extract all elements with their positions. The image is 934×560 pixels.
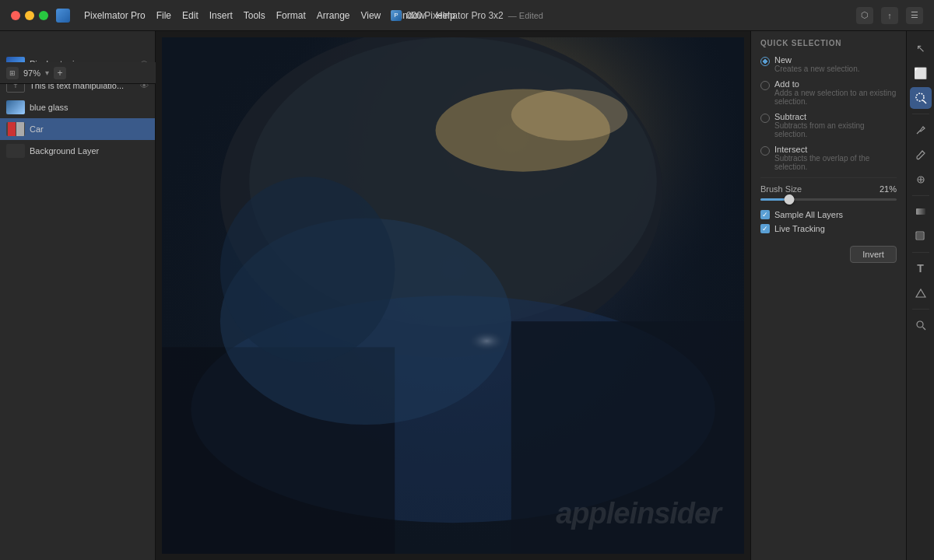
menu-view[interactable]: View bbox=[360, 10, 381, 21]
layers-panel: ⊞ 97% ▾ + Pixelmator icon 👁 T This is te… bbox=[0, 31, 156, 560]
close-button[interactable] bbox=[11, 11, 20, 20]
zoom-dropdown-icon[interactable]: ▾ bbox=[45, 68, 49, 77]
svg-point-6 bbox=[511, 89, 628, 140]
radio-intersect-desc: Subtracts the overlap of the selection. bbox=[774, 154, 897, 171]
titlebar-actions: ⬡ ↑ ☰ bbox=[856, 7, 934, 24]
menu-pixelmator-pro[interactable]: Pixelmator Pro bbox=[84, 10, 146, 21]
divider bbox=[760, 177, 897, 178]
layer-item[interactable]: Car bbox=[0, 118, 155, 140]
tool-separator bbox=[912, 309, 929, 310]
layer-thumbnail bbox=[6, 144, 25, 158]
selection-mode-add[interactable]: Add to Adds a new selection to an existi… bbox=[760, 79, 897, 106]
svg-point-12 bbox=[220, 177, 395, 362]
radio-new[interactable] bbox=[760, 57, 770, 66]
color-fill-tool-button[interactable] bbox=[910, 226, 932, 247]
layer-name: Car bbox=[30, 124, 149, 134]
zoom-level: 97% bbox=[23, 68, 40, 78]
menu-tools[interactable]: Tools bbox=[244, 10, 265, 21]
menu-arrange[interactable]: Arrange bbox=[317, 10, 350, 21]
canvas-area[interactable]: appleinsider bbox=[156, 31, 750, 560]
traffic-lights bbox=[0, 11, 48, 20]
menu-edit[interactable]: Edit bbox=[182, 10, 198, 21]
tool-separator bbox=[912, 114, 929, 114]
svg-line-14 bbox=[923, 100, 926, 103]
layer-name: Background Layer bbox=[30, 146, 149, 156]
radio-subtract[interactable] bbox=[760, 114, 770, 123]
radio-add-desc: Adds a new selection to an existing sele… bbox=[774, 89, 897, 106]
selection-mode-intersect[interactable]: Intersect Subtracts the overlap of the s… bbox=[760, 145, 897, 171]
svg-point-19 bbox=[917, 321, 923, 327]
share-button[interactable]: ⬡ bbox=[856, 7, 873, 24]
menu-insert[interactable]: Insert bbox=[209, 10, 233, 21]
document-icon: P bbox=[391, 10, 402, 21]
brush-size-label: Brush Size bbox=[760, 184, 802, 194]
pen-tool-button[interactable] bbox=[910, 119, 932, 141]
quick-selection-panel: QUICK SELECTION New Creates a new select… bbox=[750, 31, 906, 560]
radio-add[interactable] bbox=[760, 81, 770, 90]
live-tracking-row[interactable]: ✓ Live Tracking bbox=[760, 224, 897, 233]
zoom-tool-button[interactable] bbox=[910, 314, 932, 336]
live-tracking-checkbox[interactable]: ✓ bbox=[760, 224, 770, 233]
sample-all-layers-label: Sample All Layers bbox=[774, 210, 843, 219]
select-rect-tool-button[interactable]: ⬜ bbox=[910, 62, 932, 84]
add-layer-button[interactable]: + bbox=[54, 67, 66, 79]
layer-name: blue glass bbox=[30, 103, 149, 112]
cursor-tool-button[interactable]: ↖ bbox=[910, 37, 932, 59]
svg-rect-18 bbox=[917, 233, 923, 239]
layer-item[interactable]: Background Layer bbox=[0, 140, 155, 162]
shape-tool-button[interactable] bbox=[910, 282, 932, 304]
export-button[interactable]: ↑ bbox=[881, 7, 898, 24]
tool-separator bbox=[912, 195, 929, 196]
text-tool-button[interactable]: T bbox=[910, 257, 932, 279]
panel-bottom: Invert bbox=[760, 246, 897, 263]
zoom-mode-icon: ⊞ bbox=[6, 67, 19, 79]
radio-subtract-label: Subtract bbox=[774, 112, 897, 121]
svg-line-20 bbox=[922, 327, 925, 331]
heal-tool-button[interactable] bbox=[910, 169, 932, 191]
canvas-image: appleinsider bbox=[162, 37, 744, 554]
svg-point-13 bbox=[916, 93, 924, 101]
radio-intersect[interactable] bbox=[760, 146, 770, 156]
quick-select-tool-button[interactable] bbox=[910, 87, 932, 109]
radio-new-label: New bbox=[774, 55, 860, 65]
radio-subtract-desc: Subtracts from an existing selection. bbox=[774, 121, 897, 138]
titlebar: Pixelmator Pro File Edit Insert Tools Fo… bbox=[0, 0, 934, 31]
brush-size-slider[interactable] bbox=[760, 198, 897, 201]
document-title: 000 Pixelmator Pro 3x2 bbox=[406, 10, 504, 21]
menu-format[interactable]: Format bbox=[276, 10, 306, 21]
layer-thumbnail bbox=[6, 122, 25, 136]
maximize-button[interactable] bbox=[39, 11, 48, 20]
menu-file[interactable]: File bbox=[156, 10, 171, 21]
invert-button[interactable]: Invert bbox=[850, 246, 897, 263]
document-status: — Edited bbox=[508, 11, 543, 20]
main-layout: ⊞ 97% ▾ + Pixelmator icon 👁 T This is te… bbox=[0, 31, 934, 560]
svg-rect-16 bbox=[916, 208, 925, 215]
watermark: appleinsider bbox=[556, 497, 721, 530]
tool-separator bbox=[912, 252, 929, 253]
radio-intersect-label: Intersect bbox=[774, 145, 897, 154]
sample-all-layers-row[interactable]: ✓ Sample All Layers bbox=[760, 210, 897, 219]
brush-size-row: Brush Size 21% bbox=[760, 184, 897, 194]
app-icon bbox=[56, 9, 70, 23]
live-tracking-label: Live Tracking bbox=[774, 224, 825, 233]
title-center: P 000 Pixelmator Pro 3x2 — Edited bbox=[391, 10, 543, 21]
sidebar-toggle-button[interactable]: ☰ bbox=[906, 7, 923, 24]
radio-new-desc: Creates a new selection. bbox=[774, 65, 860, 73]
minimize-button[interactable] bbox=[25, 11, 34, 20]
radio-add-label: Add to bbox=[774, 79, 897, 89]
sample-all-layers-checkbox[interactable]: ✓ bbox=[760, 210, 770, 219]
brush-size-value: 21% bbox=[880, 184, 897, 194]
layer-item[interactable]: blue glass bbox=[0, 96, 155, 118]
selection-mode-new[interactable]: New Creates a new selection. bbox=[760, 55, 897, 73]
panel-title: QUICK SELECTION bbox=[760, 39, 897, 47]
selection-mode-subtract[interactable]: Subtract Subtracts from an existing sele… bbox=[760, 112, 897, 138]
slider-thumb[interactable] bbox=[784, 194, 794, 205]
layer-thumbnail bbox=[6, 100, 25, 114]
tools-toolbar: ↖ ⬜ bbox=[906, 31, 934, 560]
brush-tool-button[interactable] bbox=[910, 144, 932, 166]
gradient-tool-button[interactable] bbox=[910, 201, 932, 222]
